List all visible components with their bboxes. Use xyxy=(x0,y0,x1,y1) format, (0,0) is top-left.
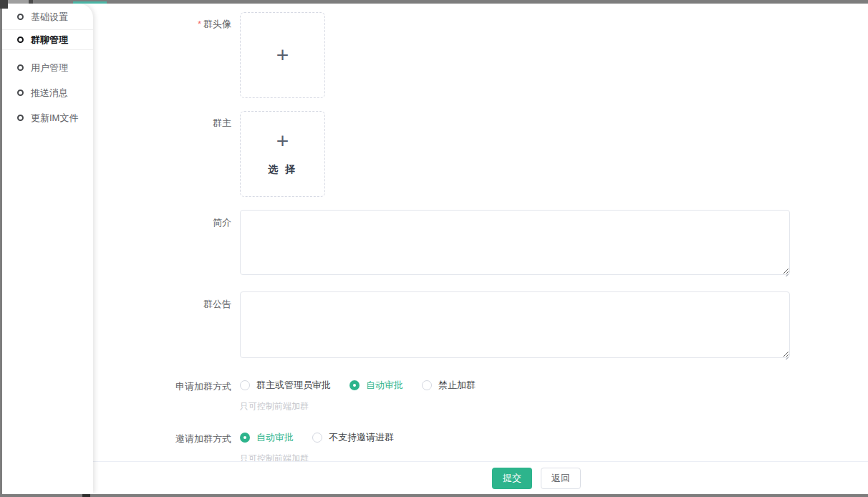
group-owner-label: 群主 xyxy=(93,111,240,130)
window-top-bar xyxy=(0,0,868,4)
circle-icon xyxy=(17,64,24,71)
intro-textarea[interactable] xyxy=(240,210,790,275)
radio-forbid-join[interactable]: 禁止加群 xyxy=(422,379,476,392)
apply-method-content: 群主或管理员审批 自动审批 禁止加群 只可控制前端加群 xyxy=(240,377,494,412)
radio-label: 自动审批 xyxy=(366,379,403,392)
radio-label: 群主或管理员审批 xyxy=(256,379,331,392)
sidebar-menu: 基础设置 群聊管理 用户管理 推送消息 更新IM文件 xyxy=(2,4,93,130)
radio-no-invite-join[interactable]: 不支持邀请进群 xyxy=(312,431,394,444)
sidebar-item-label: 推送消息 xyxy=(31,87,68,100)
active-tab-indicator xyxy=(73,1,107,4)
plus-icon: + xyxy=(276,44,289,66)
circle-icon xyxy=(17,37,24,43)
sidebar-item-group-chat-management[interactable]: 群聊管理 xyxy=(2,29,93,50)
announcement-textarea[interactable] xyxy=(240,291,790,358)
apply-method-label: 申请加群方式 xyxy=(93,377,240,393)
top-bar-dark-segment xyxy=(0,0,8,9)
radio-invite-auto-approval[interactable]: 自动审批 xyxy=(240,431,294,444)
form-item-group-avatar: *群头像 + xyxy=(93,12,868,98)
group-avatar-upload-box[interactable]: + xyxy=(240,12,325,98)
radio-owner-or-admin-approval[interactable]: 群主或管理员审批 xyxy=(240,379,331,392)
radio-icon-selected xyxy=(349,380,360,390)
radio-label: 禁止加群 xyxy=(438,379,476,392)
bottom-bar-dark-segment xyxy=(82,494,90,497)
apply-method-hint: 只可控制前端加群 xyxy=(240,400,494,412)
form-item-intro: 简介 xyxy=(93,210,868,278)
sidebar-item-user-management[interactable]: 用户管理 xyxy=(2,55,93,80)
required-asterisk: * xyxy=(198,19,201,29)
invite-method-label: 邀请加群方式 xyxy=(93,430,240,445)
form-item-group-owner: 群主 + 选 择 xyxy=(93,111,868,197)
form-action-bar: 提交 返回 xyxy=(93,461,868,494)
form-item-apply-method: 申请加群方式 群主或管理员审批 自动审批 禁止加群 xyxy=(93,377,868,412)
radio-label: 自动审批 xyxy=(256,431,294,444)
sidebar-item-label: 用户管理 xyxy=(31,62,68,74)
sidebar-item-label: 群聊管理 xyxy=(31,34,68,47)
announcement-textarea-wrap xyxy=(240,291,790,361)
back-button[interactable]: 返回 xyxy=(541,468,581,489)
form-item-invite-method: 邀请加群方式 自动审批 不支持邀请进群 只可控制前端加群 xyxy=(93,430,868,464)
group-chat-form: *群头像 + 群主 + 选 择 简介 xyxy=(93,4,868,464)
radio-icon-selected xyxy=(240,433,250,443)
top-bar-dark-segment-2 xyxy=(29,0,33,4)
window-bottom-bar xyxy=(0,494,868,497)
radio-icon xyxy=(240,380,250,390)
radio-auto-approval[interactable]: 自动审批 xyxy=(349,379,403,392)
sidebar-item-basic-settings[interactable]: 基础设置 xyxy=(2,4,93,29)
select-text: 选 择 xyxy=(268,163,297,176)
submit-button[interactable]: 提交 xyxy=(492,468,532,489)
radio-label: 不支持邀请进群 xyxy=(329,431,394,444)
circle-icon xyxy=(17,90,24,96)
group-owner-select-box[interactable]: + 选 择 xyxy=(240,111,325,197)
sidebar: 基础设置 群聊管理 用户管理 推送消息 更新IM文件 xyxy=(2,4,93,494)
top-bar-light-segment xyxy=(8,0,29,4)
form-item-announcement: 群公告 xyxy=(93,291,868,361)
radio-icon xyxy=(312,433,322,443)
invite-method-radio-group: 自动审批 不支持邀请进群 xyxy=(240,430,413,445)
sidebar-item-label: 更新IM文件 xyxy=(31,112,78,125)
group-avatar-label: *群头像 xyxy=(93,12,240,31)
invite-method-content: 自动审批 不支持邀请进群 只可控制前端加群 xyxy=(240,430,413,464)
main-content: *群头像 + 群主 + 选 择 简介 xyxy=(93,4,868,494)
circle-icon xyxy=(17,14,24,20)
sidebar-item-label: 基础设置 xyxy=(31,11,68,24)
app-window: 基础设置 群聊管理 用户管理 推送消息 更新IM文件 xyxy=(0,0,868,497)
apply-method-radio-group: 群主或管理员审批 自动审批 禁止加群 xyxy=(240,377,494,393)
circle-icon xyxy=(17,115,24,121)
window-left-border xyxy=(0,0,2,497)
sidebar-item-update-im-files[interactable]: 更新IM文件 xyxy=(2,105,93,130)
plus-icon: + xyxy=(276,130,289,152)
intro-label: 简介 xyxy=(93,210,240,229)
sidebar-item-push-messages[interactable]: 推送消息 xyxy=(2,80,93,105)
announcement-label: 群公告 xyxy=(93,291,240,311)
radio-icon xyxy=(422,380,432,390)
intro-textarea-wrap xyxy=(240,210,790,278)
